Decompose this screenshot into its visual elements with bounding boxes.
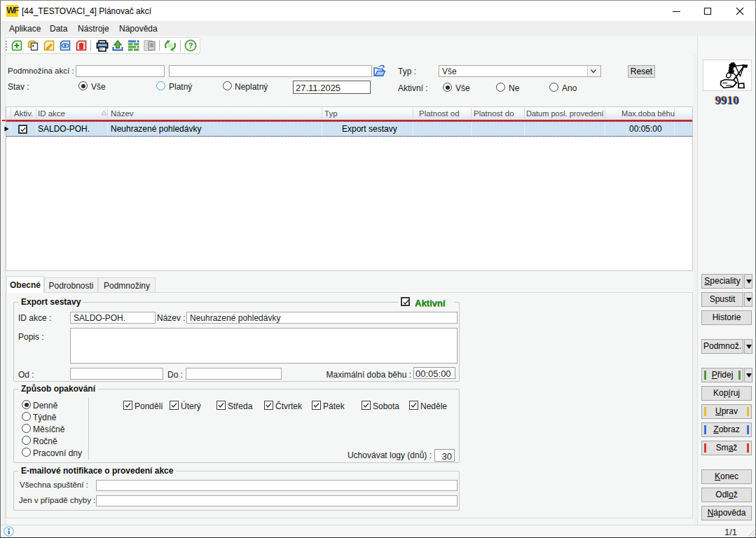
svg-text:?: ? (188, 41, 193, 50)
